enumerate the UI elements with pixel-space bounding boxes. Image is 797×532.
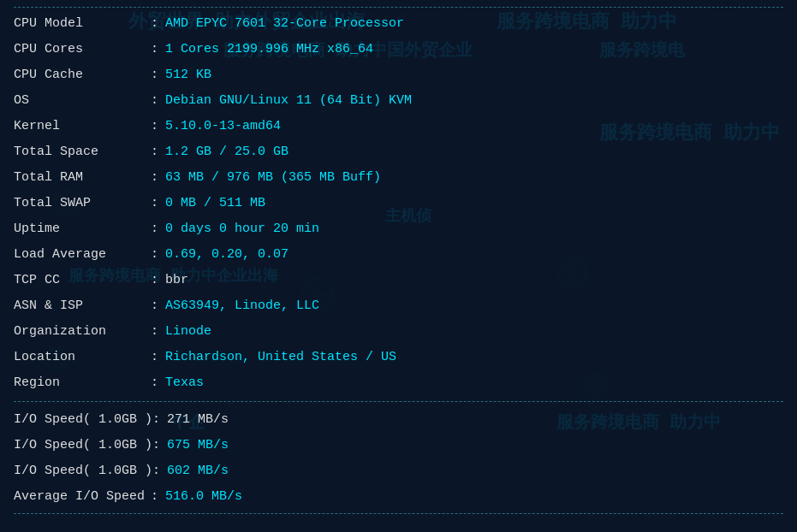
system-row: Total RAM: 63 MB / 976 MB (365 MB Buff): [14, 165, 783, 191]
io-row-colon: :: [152, 410, 160, 430]
system-row: Load Average: 0.69, 0.20, 0.07: [14, 242, 783, 268]
io-row-value: 271 MB/s: [167, 410, 229, 430]
io-row-colon: :: [152, 435, 160, 456]
system-row: TCP CC: bbr: [14, 268, 783, 293]
row-colon: :: [151, 322, 158, 342]
io-section: I/O Speed( 1.0GB ): 271 MB/sI/O Speed( 1…: [14, 407, 783, 510]
row-label: CPU Cache: [14, 65, 151, 86]
row-label: Location: [14, 347, 151, 368]
top-divider: [14, 7, 783, 8]
io-row-label: Average I/O Speed: [14, 487, 151, 507]
system-row: CPU Model: AMD EPYC 7601 32-Core Process…: [14, 11, 783, 37]
row-label: Total RAM: [14, 168, 151, 188]
io-row-label: I/O Speed( 1.0GB ): [14, 461, 152, 482]
row-label: Total Space: [14, 142, 151, 163]
row-value: AS63949, Linode, LLC: [165, 296, 319, 316]
io-row: I/O Speed( 1.0GB ): 675 MB/s: [14, 433, 783, 458]
row-colon: :: [151, 219, 158, 239]
io-row: I/O Speed( 1.0GB ): 271 MB/s: [14, 407, 783, 433]
middle-divider: [14, 401, 783, 402]
row-value: 0 MB / 511 MB: [165, 193, 265, 214]
io-row-value: 602 MB/s: [167, 461, 229, 482]
bottom-divider: [14, 513, 783, 514]
system-row: CPU Cores: 1 Cores 2199.996 MHz x86_64: [14, 37, 783, 62]
row-value: Debian GNU/Linux 11 (64 Bit) KVM: [165, 91, 412, 111]
row-colon: :: [151, 373, 158, 393]
row-colon: :: [151, 91, 158, 111]
row-value: 1.2 GB / 25.0 GB: [165, 142, 288, 163]
row-value: Linode: [165, 322, 211, 342]
system-row: OS: Debian GNU/Linux 11 (64 Bit) KVM: [14, 88, 783, 114]
row-label: CPU Cores: [14, 39, 151, 60]
main-container: CPU Model: AMD EPYC 7601 32-Core Process…: [0, 0, 797, 521]
io-row-value: 516.0 MB/s: [165, 487, 242, 507]
row-value: Richardson, United States / US: [165, 347, 396, 368]
io-row: I/O Speed( 1.0GB ): 602 MB/s: [14, 458, 783, 484]
io-row: Average I/O Speed: 516.0 MB/s: [14, 484, 783, 510]
row-label: ASN & ISP: [14, 296, 151, 316]
row-value: 1 Cores 2199.996 MHz x86_64: [165, 39, 373, 60]
system-row: Total SWAP: 0 MB / 511 MB: [14, 191, 783, 216]
io-row-colon: :: [151, 487, 158, 507]
row-value: bbr: [165, 270, 188, 291]
row-label: TCP CC: [14, 270, 151, 291]
system-info-section: CPU Model: AMD EPYC 7601 32-Core Process…: [14, 11, 783, 396]
row-colon: :: [151, 168, 158, 188]
row-colon: :: [151, 14, 158, 34]
row-label: Region: [14, 373, 151, 393]
system-row: ASN & ISP: AS63949, Linode, LLC: [14, 293, 783, 319]
row-colon: :: [151, 193, 158, 214]
system-row: Uptime: 0 days 0 hour 20 min: [14, 216, 783, 242]
row-value: 512 KB: [165, 65, 211, 86]
row-colon: :: [151, 142, 158, 163]
system-row: Region: Texas: [14, 370, 783, 396]
io-row-label: I/O Speed( 1.0GB ): [14, 435, 152, 456]
row-colon: :: [151, 347, 158, 368]
io-row-colon: :: [152, 461, 160, 482]
row-colon: :: [151, 65, 158, 86]
system-row: CPU Cache: 512 KB: [14, 62, 783, 88]
row-colon: :: [151, 296, 158, 316]
system-row: Total Space: 1.2 GB / 25.0 GB: [14, 139, 783, 165]
row-value: 0 days 0 hour 20 min: [165, 219, 319, 239]
row-value: 63 MB / 976 MB (365 MB Buff): [165, 168, 381, 188]
row-label: CPU Model: [14, 14, 151, 34]
row-label: Uptime: [14, 219, 151, 239]
io-row-label: I/O Speed( 1.0GB ): [14, 410, 152, 430]
row-label: Organization: [14, 322, 151, 342]
row-label: OS: [14, 91, 151, 111]
row-colon: :: [151, 245, 158, 265]
row-label: Kernel: [14, 116, 151, 137]
row-value: AMD EPYC 7601 32-Core Processor: [165, 14, 404, 34]
system-row: Kernel: 5.10.0-13-amd64: [14, 114, 783, 139]
row-value: Texas: [165, 373, 204, 393]
system-row: Location: Richardson, United States / US: [14, 345, 783, 370]
row-label: Load Average: [14, 245, 151, 265]
system-row: Organization: Linode: [14, 319, 783, 345]
row-value: 0.69, 0.20, 0.07: [165, 245, 288, 265]
row-colon: :: [151, 116, 158, 137]
row-label: Total SWAP: [14, 193, 151, 214]
row-value: 5.10.0-13-amd64: [165, 116, 281, 137]
row-colon: :: [151, 270, 158, 291]
io-row-value: 675 MB/s: [167, 435, 229, 456]
row-colon: :: [151, 39, 158, 60]
